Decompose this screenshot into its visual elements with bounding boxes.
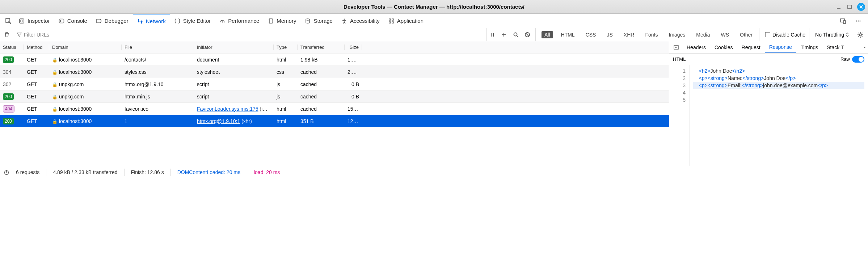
- header-method[interactable]: Method: [24, 45, 49, 50]
- transferred-size: 4.89 kB / 2.33 kB transferred: [53, 169, 117, 175]
- filter-type-xhr[interactable]: XHR: [621, 31, 637, 38]
- tab-console[interactable]: Console: [54, 14, 92, 28]
- raw-toggle[interactable]: [852, 56, 864, 63]
- minimize-button[interactable]: [835, 4, 842, 10]
- tab-label: Storage: [313, 18, 333, 24]
- tab-label: Application: [397, 18, 424, 24]
- request-row[interactable]: 200GET🔒localhost:30001htmx.org@1.9.10:1 …: [0, 115, 669, 127]
- tab-network[interactable]: Network: [133, 14, 170, 28]
- checkbox-icon: [765, 32, 770, 37]
- disable-cache-label: Disable Cache: [772, 32, 805, 38]
- responsive-mode-button[interactable]: [837, 18, 849, 24]
- tab-label: Memory: [277, 18, 296, 24]
- request-row[interactable]: 200GET🔒unpkg.comhtmx.min.jsscriptjscache…: [0, 90, 669, 103]
- filter-type-fonts[interactable]: Fonts: [642, 31, 661, 38]
- window-title: Developer Tools — Contact Manager — http…: [344, 4, 524, 10]
- stopwatch-icon: [4, 169, 9, 175]
- network-icon: [137, 18, 143, 24]
- tab-memory[interactable]: Memory: [264, 14, 300, 28]
- tab-performance[interactable]: Performance: [215, 14, 264, 28]
- tab-inspector[interactable]: Inspector: [14, 14, 54, 28]
- filter-input-wrap[interactable]: [14, 31, 87, 38]
- header-domain[interactable]: Domain: [49, 45, 122, 50]
- requests-count: 6 requests: [16, 169, 39, 175]
- application-icon: [388, 18, 394, 24]
- console-icon: [59, 18, 64, 24]
- detail-tab-stack-t[interactable]: Stack T: [822, 41, 848, 53]
- detail-tab-cookies[interactable]: Cookies: [710, 41, 737, 53]
- request-row[interactable]: 302GET🔒unpkg.comhtmx.org@1.9.10scriptjsc…: [0, 78, 669, 90]
- header-file[interactable]: File: [122, 45, 194, 50]
- close-button[interactable]: [857, 3, 865, 11]
- raw-label: Raw: [840, 56, 850, 62]
- svg-point-16: [859, 20, 860, 21]
- updown-icon: [846, 33, 849, 37]
- svg-rect-8: [389, 19, 391, 20]
- filter-type-media[interactable]: Media: [693, 31, 713, 38]
- response-code-view[interactable]: 12345 <h2>John Doe</h2> <p><strong>Name:…: [669, 65, 868, 166]
- filter-type-all[interactable]: All: [542, 31, 553, 38]
- header-size[interactable]: Size: [345, 45, 362, 50]
- tab-storage[interactable]: Storage: [300, 14, 337, 28]
- request-row[interactable]: 404GET🔒localhost:3000favicon.icoFaviconL…: [0, 103, 669, 115]
- filter-type-css[interactable]: CSS: [583, 31, 599, 38]
- svg-point-7: [344, 18, 345, 20]
- accessibility-icon: [341, 18, 347, 24]
- svg-rect-11: [392, 22, 393, 23]
- detail-tab-request[interactable]: Request: [737, 41, 765, 53]
- toggle-raw-button[interactable]: [671, 45, 682, 50]
- detail-tab-headers[interactable]: Headers: [682, 41, 710, 53]
- filter-type-html[interactable]: HTML: [558, 31, 578, 38]
- filter-type-js[interactable]: JS: [604, 31, 615, 38]
- detail-tab-timings[interactable]: Timings: [796, 41, 823, 53]
- finish-time: Finish: 12.86 s: [131, 169, 164, 175]
- filter-type-ws[interactable]: WS: [718, 31, 732, 38]
- svg-rect-10: [389, 22, 391, 23]
- line-gutter: 12345: [669, 65, 690, 166]
- search-button[interactable]: [513, 32, 521, 38]
- throttling-select[interactable]: No Throttling: [812, 32, 853, 38]
- table-header: Status Method Domain File Initiator Type…: [0, 41, 669, 54]
- filter-type-images[interactable]: Images: [666, 31, 688, 38]
- throttling-label: No Throttling: [815, 32, 844, 38]
- filter-types: AllHTMLCSSJSXHRFontsImagesMediaWSOther: [538, 28, 759, 41]
- tab-label: Performance: [228, 18, 259, 24]
- filter-type-other[interactable]: Other: [737, 31, 755, 38]
- maximize-button[interactable]: [846, 4, 853, 10]
- settings-button[interactable]: [855, 31, 866, 38]
- detail-tab-response[interactable]: Response: [765, 41, 796, 53]
- response-subheader: HTML Raw: [669, 54, 868, 65]
- disable-cache-checkbox[interactable]: Disable Cache: [762, 28, 809, 41]
- header-status[interactable]: Status: [0, 45, 24, 50]
- more-button[interactable]: [852, 18, 864, 24]
- request-row[interactable]: 200GET🔒localhost:3000/contacts/documenth…: [0, 54, 669, 66]
- tab-application[interactable]: Application: [384, 14, 428, 28]
- header-transferred[interactable]: Transferred: [298, 45, 345, 50]
- memory-icon: [268, 18, 274, 24]
- filter-urls-input[interactable]: [24, 32, 75, 38]
- block-button[interactable]: [524, 32, 532, 38]
- debugger-icon: [96, 18, 102, 24]
- pause-button[interactable]: [490, 32, 498, 37]
- tab-label: Accessibility: [350, 18, 380, 24]
- request-list: Status Method Domain File Initiator Type…: [0, 41, 669, 166]
- svg-point-6: [306, 19, 309, 20]
- tab-accessibility[interactable]: Accessibility: [337, 14, 384, 28]
- dropdown-icon[interactable]: [863, 46, 867, 49]
- element-picker-button[interactable]: [2, 14, 14, 28]
- status-bar: 6 requests 4.89 kB / 2.33 kB transferred…: [0, 166, 868, 178]
- tab-debugger[interactable]: Debugger: [92, 14, 133, 28]
- header-initiator[interactable]: Initiator: [194, 45, 274, 50]
- svg-point-15: [858, 20, 859, 21]
- load-time: load: 20 ms: [254, 169, 280, 175]
- performance-icon: [219, 18, 225, 24]
- request-row[interactable]: 304GET🔒localhost:3000styles.cssstyleshee…: [0, 66, 669, 78]
- add-button[interactable]: [501, 32, 509, 37]
- devtools-tabbar: Inspector Console Debugger Network Style…: [0, 14, 868, 28]
- tab-style-editor[interactable]: Style Editor: [170, 14, 215, 28]
- clear-button[interactable]: [2, 31, 12, 38]
- svg-point-19: [859, 34, 861, 36]
- header-type[interactable]: Type: [274, 45, 298, 50]
- filter-icon: [17, 32, 22, 37]
- response-format-label: HTML: [673, 56, 686, 62]
